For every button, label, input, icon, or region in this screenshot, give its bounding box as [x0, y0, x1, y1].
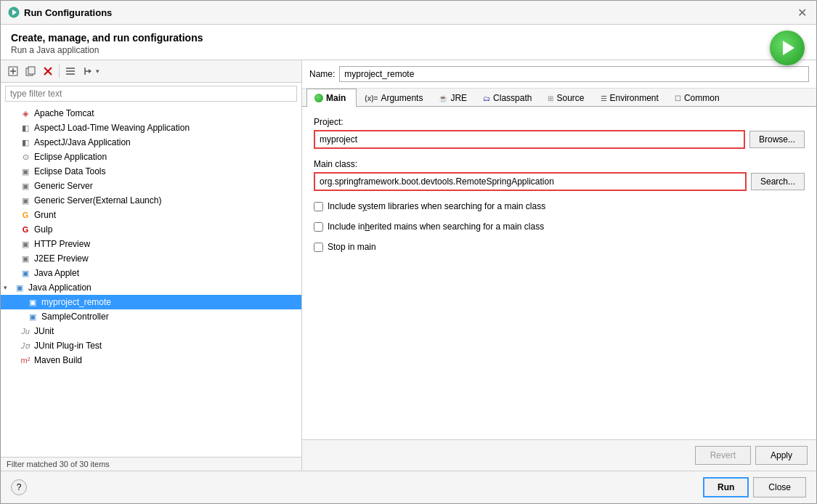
java-application-icon: ▣: [14, 282, 25, 293]
tree-item-label: Generic Server: [34, 181, 93, 191]
apply-button[interactable]: Apply: [755, 446, 808, 465]
tree-item-java-applet[interactable]: ▣ Java Applet: [1, 266, 301, 280]
tree-item-sample-controller[interactable]: ▣ SampleController: [1, 309, 301, 324]
tree-item-apache-tomcat[interactable]: ◈ Apache Tomcat: [1, 106, 301, 121]
tab-main[interactable]: Main: [306, 89, 357, 107]
include-inherited-label: Include inherited mains when searching f…: [328, 221, 544, 232]
main-class-input[interactable]: [314, 172, 747, 191]
tab-classpath-label: Classpath: [493, 93, 532, 103]
http-preview-icon: ▣: [20, 238, 31, 250]
toolbar-separator: [59, 65, 60, 78]
maven-build-icon: m²: [20, 354, 31, 366]
jre-tab-icon: ☕: [439, 94, 447, 102]
tab-common-label: Common: [684, 93, 720, 103]
j2ee-preview-icon: ▣: [20, 253, 31, 264]
dialog-subtitle: Create, manage, and run configurations: [11, 32, 806, 44]
project-input[interactable]: [314, 130, 745, 149]
tree-item-http-preview[interactable]: ▣ HTTP Preview: [1, 237, 301, 251]
tree-item-label: JUnit: [34, 326, 54, 336]
new-config-button[interactable]: [5, 63, 21, 79]
tree-item-aspectj-java[interactable]: ◧ AspectJ/Java Application: [1, 135, 301, 150]
main-class-search-button[interactable]: Search...: [751, 173, 805, 190]
tree-item-eclipse-data[interactable]: ▣ Eclipse Data Tools: [1, 164, 301, 179]
tree-item-label: Generic Server(External Launch): [34, 195, 161, 206]
footer-left: ?: [11, 479, 27, 495]
grunt-icon: G: [20, 209, 31, 221]
project-browse-button[interactable]: Browse...: [749, 131, 805, 148]
tomcat-icon: ◈: [20, 107, 31, 119]
tree-item-maven-build[interactable]: m² Maven Build: [1, 353, 301, 367]
tree-item-label: Maven Build: [34, 355, 82, 365]
project-field-group: Project: Browse...: [314, 117, 805, 149]
title-bar-left: Run Configurations: [8, 7, 112, 18]
tab-environment[interactable]: ☰ Environment: [593, 89, 667, 107]
tree-item-label: SampleController: [41, 312, 109, 322]
tree-item-eclipse-app[interactable]: ⊙ Eclipse Application: [1, 150, 301, 164]
delete-config-button[interactable]: [40, 63, 56, 79]
svg-marker-14: [89, 69, 92, 73]
generic-server-ext-icon: ▣: [20, 195, 31, 206]
stop-in-main-checkbox[interactable]: [314, 243, 323, 252]
tab-classpath[interactable]: 🗂 Classpath: [475, 89, 540, 107]
filter-input[interactable]: [5, 86, 297, 102]
duplicate-config-button[interactable]: [23, 63, 38, 79]
eclipse-app-icon: ⊙: [20, 151, 31, 163]
include-inherited-checkbox-row: Include inherited mains when searching f…: [314, 221, 805, 232]
tree-item-gulp[interactable]: G Gulp: [1, 222, 301, 237]
tab-source-label: Source: [556, 93, 584, 103]
tab-source[interactable]: ⊞ Source: [540, 89, 592, 107]
dialog-subtitle2: Run a Java application: [11, 45, 806, 55]
run-button-icon[interactable]: [770, 31, 805, 65]
common-tab-icon: ☐: [675, 94, 681, 102]
tree-item-label: Grunt: [34, 210, 56, 220]
tab-common[interactable]: ☐ Common: [667, 89, 728, 107]
svg-rect-6: [28, 67, 35, 74]
main-class-label: Main class:: [314, 159, 805, 169]
tree-item-label: AspectJ/Java Application: [34, 137, 131, 147]
dropdown-arrow-icon[interactable]: ▾: [96, 68, 99, 75]
close-button[interactable]: Close: [753, 477, 806, 497]
aspectj-load-icon: ◧: [20, 122, 31, 134]
name-input[interactable]: [339, 66, 809, 82]
arguments-tab-icon: (x)=: [365, 94, 378, 102]
tree-item-aspectj-load[interactable]: ◧ AspectJ Load-Time Weaving Application: [1, 121, 301, 135]
tree-expand-arrow: ▾: [4, 284, 11, 291]
tabs: Main (x)= Arguments ☕ JRE 🗂 Classpath ⊞ …: [302, 89, 816, 107]
tab-content-main: Project: Browse... Main class: Search...: [302, 107, 816, 439]
tree-item-j2ee-preview[interactable]: ▣ J2EE Preview: [1, 251, 301, 266]
include-system-checkbox[interactable]: [314, 202, 323, 211]
main-class-field-group: Main class: Search...: [314, 159, 805, 191]
environment-tab-icon: ☰: [601, 94, 607, 102]
tree-item-grunt[interactable]: G Grunt: [1, 208, 301, 222]
name-row: Name:: [302, 60, 816, 89]
tab-environment-label: Environment: [610, 93, 659, 103]
tree-item-label: Gulp: [34, 224, 52, 235]
footer-right: Run Close: [703, 477, 806, 497]
expand-dropdown-button[interactable]: ▾: [80, 63, 99, 79]
include-inherited-checkbox[interactable]: [314, 222, 323, 232]
tree-list[interactable]: ◈ Apache Tomcat ◧ AspectJ Load-Time Weav…: [1, 105, 301, 457]
junit-plugin-icon: Jʊ: [20, 340, 31, 351]
tree-item-label: JUnit Plug-in Test: [34, 341, 102, 351]
tab-main-label: Main: [326, 93, 346, 103]
tab-jre[interactable]: ☕ JRE: [431, 89, 475, 107]
tree-item-junit-plugin[interactable]: Jʊ JUnit Plug-in Test: [1, 338, 301, 353]
tree-item-label: Java Application: [28, 283, 92, 293]
tree-item-label: HTTP Preview: [34, 239, 90, 249]
tree-item-generic-server-ext[interactable]: ▣ Generic Server(External Launch): [1, 193, 301, 208]
tree-item-label: Java Applet: [34, 268, 79, 278]
status-bar: Filter matched 30 of 30 items: [1, 457, 301, 471]
aspectj-java-icon: ◧: [20, 137, 31, 148]
revert-button[interactable]: Revert: [695, 446, 751, 465]
tab-arguments[interactable]: (x)= Arguments: [357, 89, 431, 107]
dialog-icon: [8, 7, 20, 18]
tree-item-generic-server[interactable]: ▣ Generic Server: [1, 179, 301, 193]
collapse-all-button[interactable]: [62, 63, 78, 79]
bottom-buttons-area: Revert Apply: [302, 439, 816, 471]
tree-item-myproject-remote[interactable]: ▣ myproject_remote: [1, 295, 301, 309]
run-button[interactable]: Run: [703, 477, 749, 497]
tree-item-junit[interactable]: Ju JUnit: [1, 324, 301, 338]
tree-item-java-application[interactable]: ▾ ▣ Java Application: [1, 280, 301, 295]
close-icon[interactable]: ✕: [794, 5, 809, 20]
help-button[interactable]: ?: [11, 479, 27, 495]
